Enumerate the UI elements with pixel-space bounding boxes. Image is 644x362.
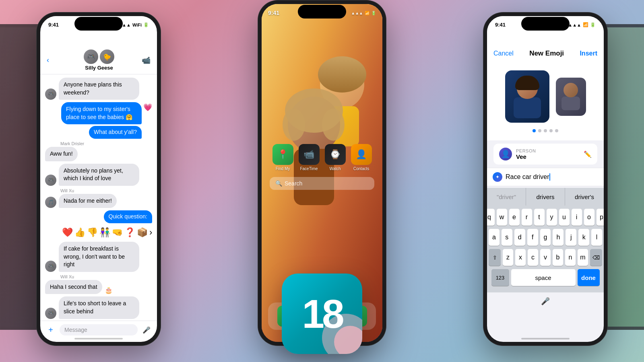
key-y[interactable]: y bbox=[547, 209, 557, 226]
back-button[interactable]: ‹ bbox=[47, 56, 56, 64]
messages-phone: 9:41 ▲▲▲ WiFi 🔋 ‹ 🎮 🐤 Si bbox=[36, 12, 161, 346]
mic-button[interactable]: 🎤 bbox=[141, 324, 152, 335]
message-input[interactable]: Message bbox=[60, 324, 138, 335]
shift-key[interactable]: ⇧ bbox=[489, 249, 501, 266]
autocomplete-item-1[interactable]: "driver" bbox=[487, 188, 526, 206]
avatar-hair bbox=[515, 76, 539, 90]
autocomplete-bar: "driver" drivers driver's bbox=[487, 188, 604, 206]
edit-person-button[interactable]: ✏️ bbox=[584, 150, 592, 158]
key-h[interactable]: h bbox=[553, 229, 564, 246]
emoji-header: Cancel New Emoji Insert bbox=[487, 29, 604, 62]
key-m[interactable]: m bbox=[578, 249, 588, 266]
search-bar[interactable]: 🔍 Search bbox=[270, 177, 374, 190]
key-c[interactable]: c bbox=[528, 249, 538, 266]
battery-icon: 🔋 bbox=[143, 22, 149, 27]
done-key[interactable]: done bbox=[578, 269, 600, 286]
key-g[interactable]: g bbox=[540, 229, 551, 246]
avatar-sec-figure bbox=[561, 83, 580, 110]
contacts-label: Contacts bbox=[353, 167, 369, 171]
message-row: 🎮 Anyone have plans this weekend? bbox=[45, 78, 152, 100]
message-bubble: Anyone have plans this weekend? bbox=[59, 78, 139, 100]
key-f[interactable]: f bbox=[527, 229, 538, 246]
message-avatar: 🎮 bbox=[45, 88, 56, 100]
key-b[interactable]: b bbox=[553, 249, 563, 266]
key-d[interactable]: d bbox=[514, 229, 525, 246]
key-o[interactable]: o bbox=[584, 209, 594, 226]
add-attachment-button[interactable]: + bbox=[45, 324, 56, 335]
message-bubble: Quick question: bbox=[104, 210, 153, 223]
avatar-figure bbox=[514, 78, 541, 118]
input-placeholder: Message bbox=[64, 327, 87, 333]
key-l[interactable]: l bbox=[591, 229, 602, 246]
key-n[interactable]: n bbox=[565, 249, 576, 266]
sender-name: Will Xu bbox=[60, 188, 74, 193]
homescreen-status-bar: 9:41 ▲▲▲ 📶 🔋 bbox=[262, 4, 382, 18]
reaction-package[interactable]: 📦 bbox=[137, 227, 148, 238]
autocomplete-item-3[interactable]: driver's bbox=[565, 188, 604, 206]
message-bubble: Nada for me either! bbox=[59, 194, 117, 208]
key-u[interactable]: u bbox=[559, 209, 570, 226]
reaction-question[interactable]: ❓ bbox=[124, 227, 135, 238]
space-key[interactable]: space bbox=[511, 269, 576, 286]
app-contacts[interactable]: 👤 Contacts bbox=[351, 144, 372, 171]
key-z[interactable]: z bbox=[503, 249, 513, 266]
delete-key[interactable]: ⌫ bbox=[590, 249, 602, 266]
autocomplete-item-2[interactable]: drivers bbox=[526, 188, 565, 206]
key-x[interactable]: x bbox=[515, 249, 526, 266]
key-t[interactable]: t bbox=[534, 209, 545, 226]
key-k[interactable]: k bbox=[578, 229, 589, 246]
typed-text[interactable]: Race car driver bbox=[506, 173, 598, 181]
contact-info[interactable]: 🎮 🐤 Silly Geese bbox=[84, 49, 114, 71]
emoji-main-avatar[interactable] bbox=[505, 70, 549, 123]
key-i[interactable]: i bbox=[572, 209, 582, 226]
avatar-head bbox=[517, 78, 538, 99]
text-content: Race car driver bbox=[506, 173, 549, 180]
person-type: PERSON bbox=[516, 148, 580, 153]
message-avatar: 🎮 bbox=[45, 261, 56, 272]
key-e[interactable]: e bbox=[509, 209, 520, 226]
message-row: Flying down to my sister's place to see … bbox=[45, 102, 152, 139]
key-v[interactable]: v bbox=[540, 249, 551, 266]
contact-avatar: 🎮 bbox=[84, 49, 98, 64]
emoji-text-input[interactable]: ✦ Race car driver bbox=[487, 168, 604, 186]
contact-avatar2: 🐤 bbox=[100, 49, 114, 64]
app-watch[interactable]: ⌚ Watch bbox=[325, 144, 346, 171]
app-icons-area: 📍 Find My 📹 FaceTime ⌚ Watch 👤 bbox=[262, 141, 382, 178]
insert-button[interactable]: Insert bbox=[580, 50, 597, 57]
ios18-number: 18 bbox=[302, 291, 342, 337]
key-w[interactable]: w bbox=[497, 209, 507, 226]
wifi-icon: WiFi bbox=[132, 23, 142, 27]
reaction-more[interactable]: › bbox=[149, 227, 152, 238]
keyboard[interactable]: q w e r t y u i o p a s bbox=[487, 206, 604, 292]
emoji-app: 9:41 ▲▲▲ 📶 🔋 Cancel New Emoji Insert bbox=[487, 16, 604, 342]
reactions-row[interactable]: ❤️ 👍 👎 👫 🤜 ❓ 📦 › bbox=[59, 226, 152, 239]
key-j[interactable]: j bbox=[566, 229, 576, 246]
emoji-secondary-avatar[interactable] bbox=[556, 78, 586, 116]
app-find-my[interactable]: 📍 Find My bbox=[272, 144, 293, 171]
reaction-thumbsup[interactable]: 👍 bbox=[74, 227, 85, 238]
key-q[interactable]: q bbox=[487, 209, 495, 226]
contacts-icon: 👤 bbox=[351, 144, 372, 165]
video-call-button[interactable]: 📹 bbox=[142, 56, 151, 65]
reaction-people[interactable]: 👫 bbox=[99, 227, 110, 238]
messages-header: ‹ 🎮 🐤 Silly Geese 📹 bbox=[40, 29, 157, 74]
key-r[interactable]: r bbox=[522, 209, 532, 226]
reaction-thumbsdown[interactable]: 👎 bbox=[87, 227, 98, 238]
keyboard-mic-button[interactable]: 🎤 bbox=[538, 294, 553, 309]
key-s[interactable]: s bbox=[502, 229, 512, 246]
message-bubble: What about y'all? bbox=[89, 126, 142, 139]
num-key[interactable]: 123 bbox=[491, 269, 509, 286]
key-p[interactable]: p bbox=[597, 209, 604, 226]
hs-status-icons: ▲▲▲ 📶 🔋 bbox=[351, 11, 376, 15]
app-facetime[interactable]: 📹 FaceTime bbox=[299, 144, 320, 171]
key-a[interactable]: a bbox=[489, 229, 500, 246]
ios18-logo: 18 bbox=[282, 274, 362, 354]
hs-wifi: 📶 bbox=[365, 11, 369, 15]
cancel-button[interactable]: Cancel bbox=[493, 50, 514, 57]
reaction-fist[interactable]: 🤜 bbox=[112, 227, 123, 238]
reaction-heart[interactable]: ❤️ bbox=[62, 227, 73, 238]
cursor bbox=[549, 173, 550, 181]
scene: 9:41 ▲▲▲ WiFi 🔋 ‹ 🎮 🐤 Si bbox=[0, 0, 644, 362]
ac-drivers: drivers bbox=[536, 193, 554, 200]
search-label: Search bbox=[285, 180, 302, 187]
